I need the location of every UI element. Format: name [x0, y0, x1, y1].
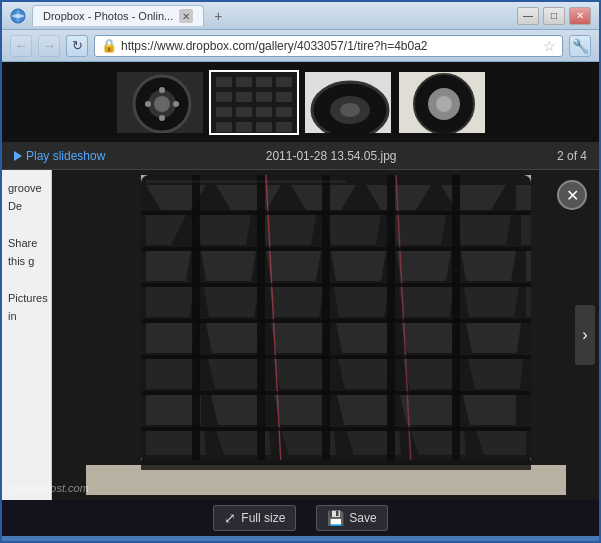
svg-marker-69: [526, 287, 531, 317]
svg-marker-63: [146, 287, 194, 317]
svg-rect-107: [141, 427, 531, 431]
address-field[interactable]: 🔒 https://www.dropbox.com/gallery/403305…: [94, 35, 563, 57]
next-photo-button[interactable]: ›: [575, 305, 595, 365]
refresh-button[interactable]: ↻: [66, 35, 88, 57]
svg-rect-105: [141, 355, 531, 359]
svg-marker-87: [463, 395, 516, 425]
thumbnail-4[interactable]: [397, 70, 487, 135]
watermark: groovyPost.com: [10, 482, 89, 494]
svg-point-4: [154, 96, 170, 112]
thumbnail-1[interactable]: [115, 70, 205, 135]
svg-marker-72: [271, 323, 326, 353]
save-icon: 💾: [327, 510, 344, 526]
svg-rect-15: [216, 92, 232, 102]
svg-rect-12: [236, 77, 252, 87]
sidebar-line3: Pictures in: [8, 290, 45, 325]
svg-marker-59: [331, 251, 386, 281]
sidebar-line1: groove De: [8, 180, 45, 215]
ssl-icon: 🔒: [101, 38, 117, 53]
svg-point-30: [340, 103, 360, 117]
fullsize-button[interactable]: ⤢ Full size: [213, 505, 296, 531]
minimize-button[interactable]: —: [517, 7, 539, 25]
svg-rect-26: [276, 122, 292, 132]
save-button[interactable]: 💾 Save: [316, 505, 387, 531]
photo-filename: 2011-01-28 13.54.05.jpg: [105, 149, 557, 163]
tab-title: Dropbox - Photos - Onlin...: [43, 10, 173, 22]
svg-marker-70: [146, 323, 196, 353]
svg-rect-104: [141, 319, 531, 323]
back-button[interactable]: ←: [10, 35, 32, 57]
browser-tab[interactable]: Dropbox - Photos - Onlin... ✕: [32, 5, 204, 26]
play-icon: [14, 151, 22, 161]
svg-marker-68: [464, 287, 519, 317]
svg-marker-73: [336, 323, 391, 353]
close-overlay-button[interactable]: ✕: [557, 180, 587, 210]
svg-rect-16: [236, 92, 252, 102]
svg-marker-75: [466, 323, 521, 353]
svg-marker-55: [521, 215, 531, 245]
tab-close-button[interactable]: ✕: [179, 9, 193, 23]
svg-marker-71: [206, 323, 261, 353]
main-content: Play slideshow 2011-01-28 13.54.05.jpg 2…: [2, 62, 599, 536]
svg-marker-54: [456, 215, 511, 245]
svg-marker-64: [204, 287, 259, 317]
svg-rect-101: [141, 211, 531, 215]
svg-rect-111: [141, 460, 531, 470]
svg-marker-77: [208, 359, 263, 389]
svg-marker-48: [516, 185, 531, 210]
svg-marker-93: [476, 431, 526, 455]
title-bar: Dropbox - Photos - Onlin... ✕ + — □ ✕: [2, 2, 599, 30]
svg-point-5: [159, 87, 165, 93]
svg-rect-14: [276, 77, 292, 87]
svg-point-6: [159, 115, 165, 121]
svg-marker-76: [146, 359, 198, 389]
svg-marker-62: [526, 251, 531, 281]
svg-marker-81: [468, 359, 523, 389]
thumbnail-3[interactable]: [303, 70, 393, 135]
save-label: Save: [349, 511, 376, 525]
svg-marker-52: [326, 215, 381, 245]
svg-marker-80: [403, 359, 458, 389]
total-number: 4: [580, 149, 587, 163]
forward-button[interactable]: →: [38, 35, 60, 57]
svg-rect-112: [86, 175, 141, 465]
svg-rect-103: [141, 283, 531, 287]
tire-image: ALL TERRAIN: [86, 175, 566, 495]
photo-toolbar: Play slideshow 2011-01-28 13.54.05.jpg 2…: [2, 142, 599, 170]
current-count: 2: [557, 149, 564, 163]
svg-rect-13: [256, 77, 272, 87]
svg-rect-23: [216, 122, 232, 132]
photo-viewer: groove De Share this g Pictures in: [2, 170, 599, 500]
svg-marker-60: [396, 251, 451, 281]
play-label: Play slideshow: [26, 149, 105, 163]
tools-button[interactable]: 🔧: [569, 35, 591, 57]
svg-marker-78: [273, 359, 328, 389]
svg-marker-65: [269, 287, 324, 317]
svg-marker-67: [399, 287, 454, 317]
bookmark-icon[interactable]: ☆: [543, 38, 556, 54]
fullsize-label: Full size: [241, 511, 285, 525]
svg-marker-50: [196, 215, 251, 245]
play-slideshow-button[interactable]: Play slideshow: [14, 149, 105, 163]
svg-rect-113: [531, 175, 566, 465]
thumbnail-2[interactable]: [209, 70, 299, 135]
svg-rect-22: [276, 107, 292, 117]
svg-rect-21: [256, 107, 272, 117]
svg-rect-106: [141, 391, 531, 395]
svg-marker-79: [338, 359, 393, 389]
svg-marker-74: [401, 323, 456, 353]
svg-rect-24: [236, 122, 252, 132]
maximize-button[interactable]: □: [543, 7, 565, 25]
browser-icon: [10, 8, 26, 24]
svg-point-8: [173, 101, 179, 107]
address-bar: ← → ↻ 🔒 https://www.dropbox.com/gallery/…: [2, 30, 599, 62]
svg-rect-19: [216, 107, 232, 117]
sidebar-peek: groove De Share this g Pictures in: [2, 170, 52, 500]
svg-rect-17: [256, 92, 272, 102]
close-button[interactable]: ✕: [569, 7, 591, 25]
svg-rect-11: [216, 77, 232, 87]
svg-point-7: [145, 101, 151, 107]
svg-rect-102: [141, 247, 531, 251]
count-of: of: [567, 149, 577, 163]
new-tab-button[interactable]: +: [208, 6, 228, 26]
